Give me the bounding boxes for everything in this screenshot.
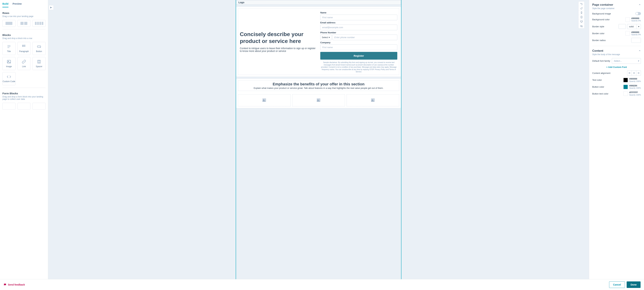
undo-button[interactable] bbox=[578, 1, 584, 6]
phone-country-select[interactable]: Select ▾ bbox=[320, 34, 332, 40]
rows-sub: Drag a row into your landing page bbox=[2, 15, 46, 17]
row-layout-halves[interactable] bbox=[18, 20, 30, 27]
send-feedback-link[interactable]: Send feedback bbox=[4, 283, 25, 286]
hero-form-column[interactable]: Name Email address Phone Number Select ▾… bbox=[318, 8, 399, 75]
content-align-label: Content alignment bbox=[592, 72, 610, 74]
link-icon bbox=[22, 59, 26, 64]
block-image[interactable]: Image bbox=[2, 57, 16, 70]
align-left-button[interactable] bbox=[627, 71, 632, 75]
content-accordion[interactable]: Content bbox=[592, 49, 641, 52]
canvas-area: Logo Concisely describe your product or … bbox=[48, 0, 589, 279]
benefit-image-2[interactable] bbox=[292, 94, 345, 106]
block-link-label: Link bbox=[22, 65, 26, 68]
company-label: Company bbox=[320, 41, 397, 44]
border-style-select[interactable]: solid ▾ bbox=[627, 24, 641, 29]
done-button[interactable]: Done bbox=[627, 282, 640, 288]
mobile-view-button[interactable] bbox=[578, 10, 584, 15]
add-custom-font-link[interactable]: + Add Custom Font bbox=[592, 66, 641, 68]
form-block-2[interactable] bbox=[18, 103, 30, 110]
text-color-swatch[interactable] bbox=[623, 78, 628, 82]
spacer-icon bbox=[37, 59, 41, 64]
align-right-button[interactable] bbox=[636, 71, 641, 75]
button-color-swatch[interactable] bbox=[623, 85, 628, 89]
chevron-up-icon bbox=[638, 49, 641, 52]
border-radius-input[interactable] bbox=[631, 38, 641, 43]
benefit-image-3[interactable] bbox=[346, 94, 399, 106]
hide-button[interactable] bbox=[578, 24, 584, 28]
cancel-button[interactable]: Cancel bbox=[609, 282, 625, 288]
form-blocks-title: Form Blocks bbox=[2, 92, 46, 95]
email-input[interactable] bbox=[320, 24, 397, 30]
block-custom-code[interactable]: Custom Code bbox=[2, 72, 16, 85]
chevron-down-icon: ▾ bbox=[638, 60, 639, 62]
desktop-view-button[interactable] bbox=[578, 19, 584, 24]
border-style-label: Border style bbox=[592, 25, 604, 28]
row-layout-full[interactable] bbox=[2, 20, 16, 27]
canvas-toolbar bbox=[578, 1, 584, 28]
form-block-1[interactable] bbox=[2, 103, 16, 110]
canvas-header-section[interactable]: Logo bbox=[236, 0, 401, 5]
title-icon bbox=[7, 44, 11, 49]
benefits-subtitle[interactable]: Explain what makes your product or servi… bbox=[242, 87, 396, 89]
bg-image-toggle[interactable] bbox=[636, 12, 641, 15]
benefit-image-1[interactable] bbox=[238, 94, 290, 106]
image-placeholder-icon bbox=[262, 98, 267, 103]
page-container-accordion[interactable]: Page container bbox=[592, 3, 641, 6]
row-layout-quarters[interactable] bbox=[32, 20, 46, 27]
block-paragraph[interactable]: Paragraph bbox=[18, 42, 30, 55]
canvas-benefits-section[interactable]: Emphasize the benefits of your offer in … bbox=[236, 78, 401, 108]
border-color-opacity: Opacity 0% bbox=[631, 33, 641, 36]
tablet-view-button[interactable] bbox=[578, 15, 584, 19]
font-family-label: Default font family bbox=[592, 60, 610, 62]
redo-button[interactable] bbox=[578, 6, 584, 10]
name-label: Name bbox=[320, 11, 397, 14]
button-color-hex: #008294 bbox=[629, 84, 641, 87]
border-width-input[interactable] bbox=[618, 24, 626, 29]
company-input[interactable] bbox=[320, 44, 397, 50]
right-panel: Page container Style the page container … bbox=[589, 0, 644, 279]
form-block-3[interactable] bbox=[32, 103, 46, 110]
logo-placeholder[interactable]: Logo bbox=[236, 0, 401, 4]
bg-color-hex: #000000 bbox=[631, 17, 641, 19]
page-canvas[interactable]: Logo Concisely describe your product or … bbox=[236, 0, 401, 279]
register-button[interactable]: Register bbox=[320, 52, 397, 60]
block-title[interactable]: Title bbox=[2, 42, 16, 55]
align-center-button[interactable] bbox=[632, 71, 636, 75]
button-text-color-label: Button text color bbox=[592, 92, 608, 95]
content-align-group bbox=[627, 70, 641, 76]
hero-title[interactable]: Concisely describe your product or servi… bbox=[240, 31, 317, 44]
block-link[interactable]: Link bbox=[18, 57, 30, 70]
content-title: Content bbox=[592, 49, 603, 52]
button-text-color-opacity: Opacity 100% bbox=[629, 94, 641, 96]
phone-input[interactable] bbox=[332, 34, 397, 40]
benefits-title[interactable]: Emphasize the benefits of your offer in … bbox=[242, 82, 396, 86]
block-button[interactable]: Button bbox=[32, 42, 46, 55]
chevron-down-icon: ▾ bbox=[636, 24, 641, 29]
font-family-select[interactable]: Select... ▾ bbox=[612, 58, 641, 64]
collapse-left-panel[interactable] bbox=[49, 5, 54, 10]
form-blocks-section: Form Blocks Drag and drop a form block i… bbox=[2, 88, 46, 112]
code-icon bbox=[7, 75, 11, 79]
canvas-hero-section[interactable]: Concisely describe your product or servi… bbox=[236, 6, 401, 77]
text-color-opacity: Opacity 100% bbox=[629, 80, 641, 82]
border-radius-label: Border radius bbox=[592, 39, 606, 41]
svg-point-12 bbox=[372, 99, 373, 100]
page-container-title: Page container bbox=[592, 3, 613, 6]
left-panel: Build Preview Rows Drag a row into your … bbox=[0, 0, 48, 279]
text-color-hex: #000000 bbox=[629, 78, 641, 80]
name-input[interactable] bbox=[320, 14, 397, 20]
button-text-color-hex: #FFFFFF bbox=[629, 91, 641, 94]
email-label: Email address bbox=[320, 21, 397, 24]
hero-subtitle[interactable]: Context to intrigue users to leave their… bbox=[240, 47, 317, 52]
tab-preview[interactable]: Preview bbox=[12, 2, 22, 7]
text-color-label: Text color bbox=[592, 79, 602, 81]
tab-build[interactable]: Build bbox=[2, 2, 8, 7]
block-custom-label: Custom Code bbox=[2, 80, 15, 83]
block-spacer[interactable]: Spacer bbox=[32, 57, 46, 70]
button-text-color-swatch[interactable] bbox=[623, 91, 628, 96]
hero-text-column[interactable]: Concisely describe your product or servi… bbox=[238, 8, 318, 75]
border-color-swatch[interactable] bbox=[626, 31, 630, 35]
button-color-label: Button color bbox=[592, 86, 604, 88]
paragraph-icon bbox=[22, 44, 26, 49]
bg-color-swatch[interactable] bbox=[626, 17, 630, 22]
